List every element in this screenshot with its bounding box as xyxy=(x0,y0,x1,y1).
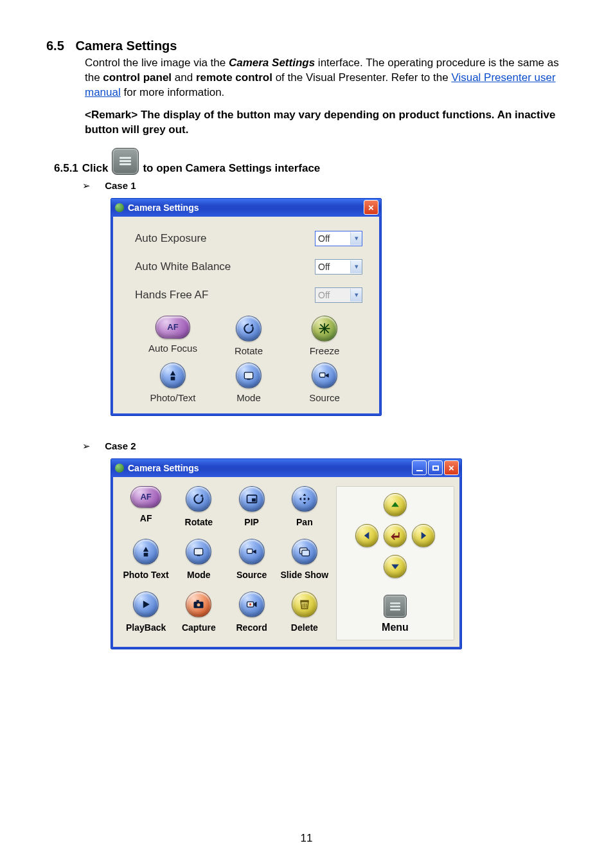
sub-before: Click xyxy=(82,162,109,175)
mode-icon xyxy=(242,369,255,382)
mode-button[interactable] xyxy=(236,363,262,388)
svg-rect-14 xyxy=(197,555,200,556)
minimize-button[interactable] xyxy=(412,460,427,475)
svg-rect-20 xyxy=(197,600,199,602)
menu-label: Menu xyxy=(382,622,409,633)
photo-text-button[interactable] xyxy=(133,539,159,565)
dpad-down-button[interactable] xyxy=(384,555,407,578)
auto-exposure-select[interactable]: Off ▾ xyxy=(315,231,362,246)
enter-icon xyxy=(389,529,402,542)
close-icon: × xyxy=(449,463,454,473)
source-icon xyxy=(318,369,331,382)
maximize-button[interactable] xyxy=(428,460,443,475)
svg-rect-0 xyxy=(120,157,131,159)
svg-rect-15 xyxy=(247,549,252,554)
menu-button[interactable] xyxy=(384,595,407,618)
svg-rect-28 xyxy=(390,606,400,608)
svg-rect-9 xyxy=(320,373,325,377)
menu-icon xyxy=(387,599,403,614)
svg-rect-8 xyxy=(247,379,251,380)
close-button[interactable]: × xyxy=(444,460,459,475)
photo-text-button[interactable] xyxy=(160,363,186,388)
hands-free-af-label: Hands Free AF xyxy=(135,289,315,302)
camera-settings-window-case2: Camera Settings × AF AF Rotate xyxy=(111,458,462,649)
case1-label: Case 1 xyxy=(105,180,136,191)
pan-button[interactable] xyxy=(292,486,317,512)
case2-label: Case 2 xyxy=(105,440,136,451)
source-button[interactable] xyxy=(239,539,265,565)
chevron-down-icon: ▾ xyxy=(350,260,362,273)
minimize-icon xyxy=(416,470,423,471)
app-orb-icon xyxy=(115,203,124,212)
svg-rect-17 xyxy=(302,550,310,556)
play-icon xyxy=(139,598,152,611)
titlebar[interactable]: Camera Settings × xyxy=(111,199,381,217)
arrow-right-icon xyxy=(417,529,430,542)
svg-point-19 xyxy=(197,603,200,606)
af-icon: AF xyxy=(167,322,178,332)
mode-icon xyxy=(192,545,205,558)
svg-rect-29 xyxy=(390,609,400,611)
dpad-enter-button[interactable] xyxy=(384,524,407,547)
arrow-down-icon xyxy=(389,560,402,573)
svg-rect-1 xyxy=(120,160,131,162)
dpad-left-button[interactable] xyxy=(355,524,378,547)
titlebar[interactable]: Camera Settings × xyxy=(111,459,461,477)
svg-rect-2 xyxy=(120,163,131,165)
rotate-button[interactable] xyxy=(236,316,262,341)
record-icon xyxy=(245,598,258,611)
mode-button[interactable] xyxy=(186,539,211,565)
arrow-left-icon xyxy=(360,529,373,542)
auto-white-balance-label: Auto White Balance xyxy=(135,260,315,273)
close-button[interactable]: × xyxy=(364,200,378,215)
photo-text-icon xyxy=(139,545,152,558)
pip-icon xyxy=(245,493,258,505)
section-title: Camera Settings xyxy=(76,39,177,53)
rotate-icon xyxy=(192,493,205,505)
svg-rect-23 xyxy=(300,600,308,602)
trash-icon xyxy=(298,598,311,611)
dpad-up-button[interactable] xyxy=(384,493,407,516)
camera-settings-window-case1: Camera Settings × Auto Exposure Off ▾ Au… xyxy=(111,198,382,416)
af-button[interactable]: AF xyxy=(130,486,161,508)
auto-exposure-label: Auto Exposure xyxy=(135,232,315,245)
auto-white-balance-select[interactable]: Off ▾ xyxy=(315,259,362,275)
source-button[interactable] xyxy=(312,363,337,388)
bullet-arrow-icon: ➢ xyxy=(82,440,91,451)
hands-free-af-select: Off ▾ xyxy=(315,287,362,303)
maximize-icon xyxy=(432,466,439,471)
af-icon: AF xyxy=(140,492,151,502)
rotate-icon xyxy=(242,322,255,335)
auto-focus-button[interactable]: AF xyxy=(155,316,190,339)
svg-point-22 xyxy=(249,603,251,605)
delete-button[interactable] xyxy=(292,592,317,617)
slide-show-button[interactable] xyxy=(292,539,317,565)
subsection-number: 6.5.1 xyxy=(54,162,78,175)
arrow-up-icon xyxy=(389,498,402,511)
capture-button[interactable] xyxy=(186,592,211,617)
camera-icon xyxy=(192,598,205,611)
section-number: 6.5 xyxy=(46,39,64,53)
page-number: 11 xyxy=(0,832,613,845)
svg-rect-13 xyxy=(195,548,203,555)
section-heading: 6.5 Camera Settings xyxy=(46,39,569,53)
record-button[interactable] xyxy=(239,592,265,617)
chevron-down-icon: ▾ xyxy=(350,232,362,245)
snowflake-icon xyxy=(318,322,331,335)
pip-button[interactable] xyxy=(239,486,265,512)
remark-text: <Remark> The display of the button may v… xyxy=(85,108,569,138)
rotate-button[interactable] xyxy=(186,486,211,512)
slide-show-icon xyxy=(298,545,311,558)
window-title: Camera Settings xyxy=(128,203,199,213)
pan-icon xyxy=(298,493,311,505)
window-title: Camera Settings xyxy=(128,463,199,473)
chevron-down-icon: ▾ xyxy=(350,289,362,302)
photo-text-icon xyxy=(166,369,179,382)
freeze-button[interactable] xyxy=(312,316,337,341)
svg-point-12 xyxy=(303,498,305,500)
playback-button[interactable] xyxy=(133,592,159,617)
dpad-right-button[interactable] xyxy=(412,524,435,547)
sub-after: to open Camera Settings interface xyxy=(143,162,320,175)
close-icon: × xyxy=(368,203,374,212)
bullet-arrow-icon: ➢ xyxy=(82,180,91,191)
